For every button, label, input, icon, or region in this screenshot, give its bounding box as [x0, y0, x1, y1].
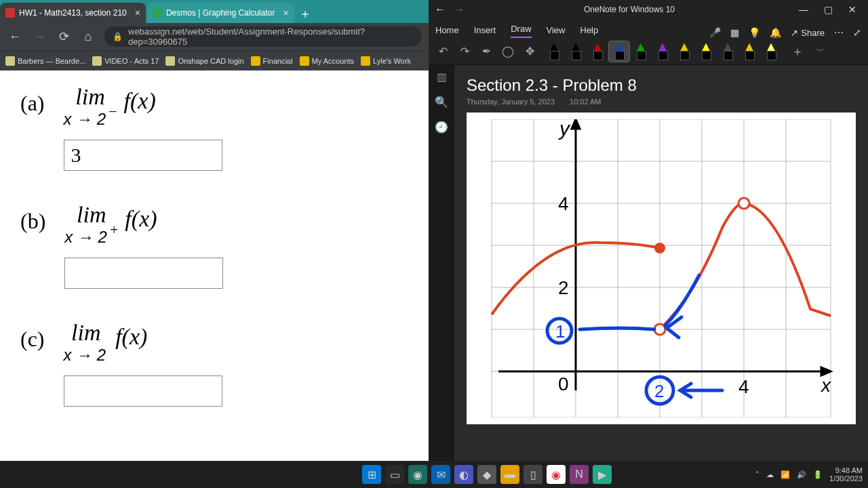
favicon-icon [5, 8, 15, 18]
feed-icon[interactable]: ▦ [730, 27, 739, 38]
answer-input-a[interactable] [64, 140, 222, 171]
undo-button[interactable]: ↶ [435, 44, 450, 59]
page-title[interactable]: Section 2.3 - Problem 8 [467, 76, 856, 95]
pen-gold[interactable] [674, 41, 694, 62]
app-title: OneNote for Windows 10 [467, 5, 792, 14]
outlook-icon[interactable]: ✉ [431, 465, 450, 484]
edge-icon[interactable]: ◉ [408, 465, 427, 484]
system-tray[interactable]: ˄ ☁ 📶 🔊 🔋 9:48 AM 1/30/2023 [755, 466, 863, 483]
bookmark-item[interactable]: Barbers — Bearde... [5, 56, 85, 66]
close-icon[interactable]: × [135, 7, 140, 18]
start-button[interactable]: ⊞ [362, 465, 381, 484]
tab-help[interactable]: Help [580, 25, 599, 38]
pen-blue[interactable] [609, 41, 629, 62]
minimize-button[interactable]: — [792, 1, 815, 18]
tab-title: Desmos | Graphing Calculator [166, 8, 275, 18]
highlighter-lightyellow[interactable] [761, 41, 781, 62]
bookmark-item[interactable]: Financial [251, 56, 293, 66]
chevron-down-icon[interactable]: ﹀ [814, 45, 827, 57]
onenote-icon[interactable]: N [570, 465, 589, 484]
question-a: (a) lim x → 2− f(x) [20, 84, 408, 171]
bookmark-item[interactable]: Onshape CAD login [165, 56, 243, 66]
bookmark-item[interactable]: Lyle's Work [361, 56, 411, 66]
lasso-tool[interactable]: ◯ [500, 44, 515, 59]
teams-icon[interactable]: ◐ [454, 465, 473, 484]
app-icon[interactable]: ▯ [524, 465, 542, 484]
lim-direction: + [110, 221, 118, 239]
new-tab-button[interactable]: ＋ [296, 4, 315, 23]
task-view-icon[interactable]: ▭ [385, 465, 404, 484]
pen-black[interactable] [544, 41, 564, 62]
chrome-icon[interactable]: ◉ [547, 465, 566, 484]
reload-button[interactable]: ⟳ [56, 28, 72, 45]
tab-title: HW1 - Math2413, section 210 [19, 8, 127, 18]
question-b: (b) lim x → 2+ f(x) [20, 202, 408, 289]
clock[interactable]: 9:48 AM 1/30/2023 [829, 466, 863, 483]
chevron-up-icon[interactable]: ˄ [755, 470, 760, 479]
chrome-window: HW1 - Math2413, section 210 × Desmos | G… [0, 0, 429, 461]
pen-red[interactable] [587, 41, 608, 62]
y-tick-0: 0 [558, 373, 569, 394]
highlighter-yellow[interactable] [696, 41, 716, 62]
explorer-icon[interactable]: ▬ [500, 465, 519, 484]
share-button[interactable]: ↗Share [791, 28, 825, 38]
bookmark-label: VIDEO - Acts 17 [104, 57, 159, 65]
navigation-icon[interactable]: ▥ [437, 70, 447, 83]
favicon-icon [153, 8, 162, 18]
address-bar[interactable]: 🔒 webassign.net/web/Student/Assignment-R… [104, 26, 422, 47]
forward-button[interactable]: → [452, 3, 467, 16]
idea-icon[interactable]: 💡 [749, 27, 760, 38]
volume-icon[interactable]: 🔊 [797, 470, 806, 479]
back-button[interactable]: ← [433, 3, 448, 16]
folder-icon [361, 56, 370, 66]
bookmark-item[interactable]: My Accounts [300, 56, 354, 66]
recent-icon[interactable]: 🕘 [435, 121, 448, 134]
app-icon[interactable]: ▶ [593, 465, 612, 484]
pen-purple[interactable] [652, 41, 673, 62]
tab-home[interactable]: Home [435, 25, 459, 38]
add-pen-button[interactable]: ＋ [788, 42, 807, 61]
pan-tool[interactable]: ✥ [522, 44, 537, 59]
pen-black-thin[interactable] [566, 41, 586, 62]
taskbar: ⊞ ▭ ◉ ✉ ◐ ◆ ▬ ▯ ◉ N ▶ ˄ ☁ 📶 🔊 🔋 9:48 AM … [0, 461, 868, 488]
battery-icon[interactable]: 🔋 [813, 470, 823, 479]
tab-draw[interactable]: Draw [511, 24, 531, 38]
tab-webassign[interactable]: HW1 - Math2413, section 210 × [0, 3, 146, 23]
fullscreen-icon[interactable]: ⤢ [853, 27, 861, 38]
home-button[interactable]: ⌂ [80, 28, 96, 45]
back-button[interactable]: ← [7, 28, 23, 45]
y-axis-label: y [558, 119, 571, 140]
pen-green[interactable] [631, 41, 651, 62]
select-tool[interactable]: ✒ [479, 44, 494, 59]
answer-input-c[interactable] [64, 375, 222, 407]
close-button[interactable]: ✕ [841, 1, 864, 18]
ink-note-2: 2 [654, 381, 664, 401]
graph-canvas[interactable]: y x 4 2 0 4 [467, 113, 856, 424]
app-icon[interactable]: ◆ [477, 465, 496, 484]
bookmark-icon [165, 56, 175, 66]
wifi-icon[interactable]: 📶 [781, 470, 790, 479]
bookmark-item[interactable]: VIDEO - Acts 17 [92, 56, 159, 66]
tab-view[interactable]: View [547, 25, 566, 38]
highlighter-grey[interactable] [717, 41, 738, 62]
svg-marker-18 [572, 119, 580, 129]
x-tick-4: 4 [738, 376, 749, 397]
close-icon[interactable]: × [283, 7, 288, 18]
onenote-page[interactable]: Section 2.3 - Problem 8 Thursday, Januar… [454, 65, 868, 461]
bell-icon[interactable]: 🔔 [770, 27, 781, 38]
date-text: 1/30/2023 [829, 474, 863, 483]
y-tick-2: 2 [558, 277, 569, 298]
tab-desmos[interactable]: Desmos | Graphing Calculator × [147, 3, 294, 23]
redo-button[interactable]: ↷ [457, 44, 472, 59]
tab-insert[interactable]: Insert [474, 25, 496, 38]
highlighter-gold[interactable] [739, 41, 760, 62]
answer-input-b[interactable] [64, 258, 223, 289]
bookmark-label: Lyle's Work [373, 57, 411, 65]
forward-button[interactable]: → [31, 28, 47, 45]
onedrive-icon[interactable]: ☁ [766, 470, 774, 479]
more-icon[interactable]: ⋯ [834, 27, 844, 38]
svg-point-23 [738, 198, 749, 209]
maximize-button[interactable]: ▢ [816, 1, 840, 18]
search-icon[interactable]: 🔍 [435, 96, 448, 108]
dictate-icon[interactable]: 🎤 [709, 27, 721, 38]
